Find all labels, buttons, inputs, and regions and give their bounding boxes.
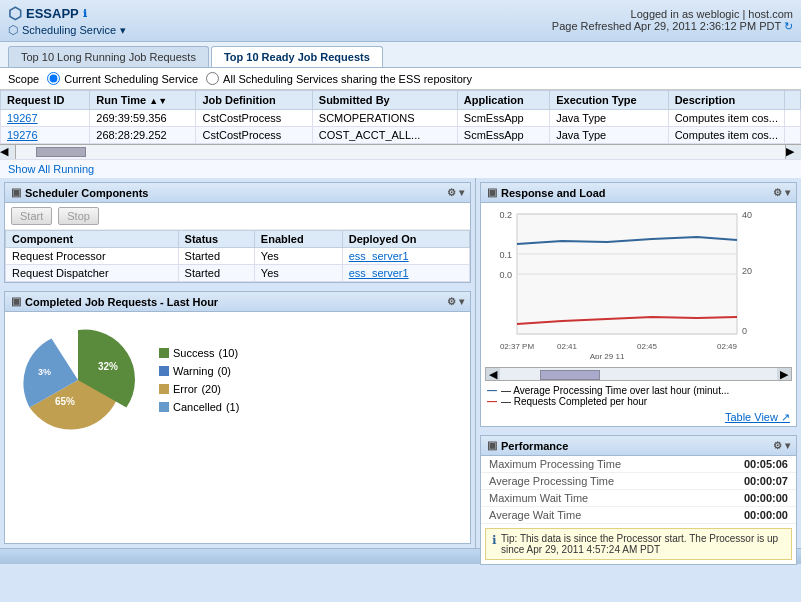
- scheduler-panel-header: ▣ Scheduler Components ⚙ ▾: [5, 183, 470, 203]
- scope-radio1[interactable]: [47, 72, 60, 85]
- comp-name-2: Request Dispatcher: [6, 265, 179, 282]
- col-exec[interactable]: Execution Type: [550, 91, 668, 110]
- perf-label-4: Average Wait Time: [489, 509, 581, 521]
- collapse-icon3[interactable]: ▣: [487, 186, 497, 199]
- refresh-icon[interactable]: ↻: [784, 20, 793, 32]
- scope-option2[interactable]: All Scheduling Services sharing the ESS …: [206, 72, 472, 85]
- refresh-label: Page Refreshed Apr 29, 2011 2:36:12 PM P…: [552, 20, 781, 32]
- chart-legend: Success (10) Warning (0) Error (20): [159, 344, 239, 416]
- svg-text:02:49: 02:49: [717, 342, 738, 351]
- pie-chart: 32% 65% 3%: [13, 320, 143, 440]
- hscroll-left-btn[interactable]: ◀: [0, 145, 16, 159]
- scope-label: Scope: [8, 73, 39, 85]
- performance-panel-header: ▣ Performance ⚙ ▾: [481, 436, 796, 456]
- scrollbar-track[interactable]: [500, 368, 777, 380]
- table-view-link[interactable]: Table View ↗: [481, 409, 796, 426]
- tab-long-running[interactable]: Top 10 Long Running Job Requests: [8, 46, 209, 67]
- collapse-icon4[interactable]: ▣: [487, 439, 497, 452]
- gear-icon3[interactable]: ⚙ ▾: [773, 187, 790, 198]
- table-area: Request ID Run Time ▲▼ Job Definition Su…: [0, 90, 801, 159]
- svg-text:0.0: 0.0: [499, 270, 512, 280]
- col-app[interactable]: Application: [457, 91, 549, 110]
- legend-warning-dot: [159, 366, 169, 376]
- comp-status-1: Started: [178, 248, 254, 265]
- legend-avg-processing: — — Average Processing Time over last ho…: [487, 385, 790, 396]
- pie-label-error: 65%: [55, 396, 75, 407]
- row2-app: ScmEssApp: [457, 127, 549, 144]
- scope-option1[interactable]: Current Scheduling Service: [47, 72, 198, 85]
- perf-value-3: 00:00:00: [744, 492, 788, 504]
- table-hscroll[interactable]: ◀ ▶: [0, 144, 801, 158]
- chart-legend-area: — — Average Processing Time over last ho…: [481, 383, 796, 409]
- show-all-link[interactable]: Show All Running: [0, 159, 801, 178]
- collapse-icon2[interactable]: ▣: [11, 295, 21, 308]
- gear-icon4[interactable]: ⚙ ▾: [773, 440, 790, 451]
- col-run-time[interactable]: Run Time ▲▼: [90, 91, 196, 110]
- legend-requests: — — Requests Completed per hour: [487, 396, 790, 407]
- gear-icon2[interactable]: ⚙ ▾: [447, 296, 464, 307]
- legend-cancelled-dot: [159, 402, 169, 412]
- perf-value-2: 00:00:07: [744, 475, 788, 487]
- col-request-id[interactable]: Request ID: [1, 91, 90, 110]
- response-header-left: ▣ Response and Load: [487, 186, 606, 199]
- legend-error: Error (20): [159, 380, 239, 398]
- app-icon: ⬡: [8, 4, 22, 23]
- dropdown-icon[interactable]: ▾: [120, 24, 126, 37]
- start-button[interactable]: Start: [11, 207, 52, 225]
- perf-value-1: 00:05:06: [744, 458, 788, 470]
- perf-label-2: Average Processing Time: [489, 475, 614, 487]
- gear-icon[interactable]: ⚙ ▾: [447, 187, 464, 198]
- scrollbar-thumb[interactable]: [540, 370, 600, 380]
- perf-row-4: Average Wait Time 00:00:00: [481, 507, 796, 524]
- scope-option1-label: Current Scheduling Service: [64, 73, 198, 85]
- perf-label-3: Maximum Wait Time: [489, 492, 588, 504]
- scrollbar-right[interactable]: ▶: [777, 368, 791, 380]
- legend-warning-label: Warning: [173, 362, 214, 380]
- col-job-def[interactable]: Job Definition: [196, 91, 312, 110]
- chart-scrollbar[interactable]: ◀ ▶: [485, 367, 792, 381]
- hscroll-right-btn[interactable]: ▶: [785, 145, 801, 159]
- legend-warning: Warning (0): [159, 362, 239, 380]
- perf-header-left: ▣ Performance: [487, 439, 568, 452]
- header: ⬡ ESSAPP ℹ ⬡ Scheduling Service ▾ Logged…: [0, 0, 801, 42]
- comp-col-deployed: Deployed On: [342, 231, 469, 248]
- row2-scroll: [785, 127, 801, 144]
- tab-bar: Top 10 Long Running Job Requests Top 10 …: [0, 42, 801, 68]
- comp-status-2: Started: [178, 265, 254, 282]
- table-row: 19267 269:39:59.356 CstCostProcess SCMOP…: [1, 110, 801, 127]
- completed-header-left: ▣ Completed Job Requests - Last Hour: [11, 295, 218, 308]
- legend-cancelled-label: Cancelled: [173, 398, 222, 416]
- legend-error-dot: [159, 384, 169, 394]
- perf-value-4: 00:00:00: [744, 509, 788, 521]
- info-icon[interactable]: ℹ: [83, 8, 87, 19]
- completed-panel-header: ▣ Completed Job Requests - Last Hour ⚙ ▾: [5, 292, 470, 312]
- svg-text:02:41: 02:41: [557, 342, 578, 351]
- legend-success-label: Success: [173, 344, 215, 362]
- row2-desc: Computes item cos...: [668, 127, 784, 144]
- avg-line-icon: —: [487, 385, 497, 396]
- hscroll-track[interactable]: [16, 145, 785, 159]
- comp-deployed-2[interactable]: ess_server1: [349, 267, 409, 279]
- legend-success-dot: [159, 348, 169, 358]
- scrollbar-left[interactable]: ◀: [486, 368, 500, 380]
- perf-label-1: Maximum Processing Time: [489, 458, 621, 470]
- row1-id[interactable]: 19267: [7, 112, 38, 124]
- scheduler-toolbar: Start Stop: [5, 203, 470, 230]
- scope-radio2[interactable]: [206, 72, 219, 85]
- col-submitted[interactable]: Submitted By: [312, 91, 457, 110]
- collapse-icon[interactable]: ▣: [11, 186, 21, 199]
- stop-button[interactable]: Stop: [58, 207, 99, 225]
- table-scroll: Request ID Run Time ▲▼ Job Definition Su…: [0, 90, 801, 144]
- refresh-text: Page Refreshed Apr 29, 2011 2:36:12 PM P…: [552, 20, 793, 33]
- tab-ready[interactable]: Top 10 Ready Job Requests: [211, 46, 383, 67]
- main-panels: ▣ Scheduler Components ⚙ ▾ Start Stop Co…: [0, 178, 801, 548]
- row2-exec: Java Type: [550, 127, 668, 144]
- perf-row-3: Maximum Wait Time 00:00:00: [481, 490, 796, 507]
- row2-id[interactable]: 19276: [7, 129, 38, 141]
- hscroll-thumb[interactable]: [36, 147, 86, 157]
- col-desc[interactable]: Description: [668, 91, 784, 110]
- row1-desc: Computes item cos...: [668, 110, 784, 127]
- svg-text:0.1: 0.1: [499, 250, 512, 260]
- comp-deployed-1[interactable]: ess_server1: [349, 250, 409, 262]
- svg-text:02:37 PM: 02:37 PM: [500, 342, 535, 351]
